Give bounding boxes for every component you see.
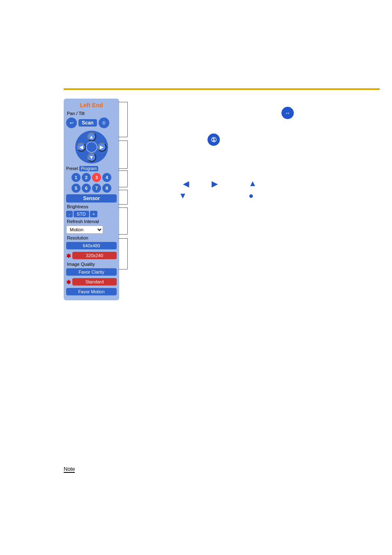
bracket-line-2	[118, 137, 127, 137]
bracket-line-6	[118, 187, 127, 187]
scan-row: ↩ Scan ①	[66, 117, 117, 128]
brightness-row: - STD +	[66, 211, 117, 217]
arrow-right-icon: ▶	[212, 179, 218, 189]
annotation-circle-1: ①	[208, 134, 220, 146]
bracket-line-1	[118, 102, 127, 102]
num-btn-4[interactable]: 4	[102, 173, 111, 182]
pan-tilt-label: Pan / Tilt	[67, 111, 85, 116]
bracket-line-12	[118, 269, 127, 269]
resolution-label: Resolution	[67, 235, 88, 240]
favor-clarity-button[interactable]: Favor Clarity	[66, 268, 117, 276]
panel-title: Left End	[80, 102, 103, 108]
arrow-left-icon: ◀	[183, 179, 189, 189]
preset-program-row: Preset Program	[66, 166, 117, 171]
brightness-std-button[interactable]: STD	[74, 211, 89, 217]
num-btn-7[interactable]: 7	[92, 184, 101, 193]
resolution-320-star: ✱	[66, 253, 71, 259]
num-btn-5[interactable]: 5	[71, 184, 81, 193]
camera-panel: Left End Pan / Tilt ↩ Scan ① ▲ ▼ ◀ ▶ Pre…	[64, 99, 119, 300]
bracket-line-5	[118, 170, 127, 171]
brightness-plus-button[interactable]: +	[90, 211, 97, 217]
resolution-320-button[interactable]: 320x240	[72, 252, 117, 259]
ptz-down-button[interactable]: ▼	[87, 153, 96, 162]
bracket-line-7	[118, 190, 127, 190]
scan-button[interactable]: Scan	[78, 119, 97, 127]
arrow-up-icon: ▲	[249, 179, 257, 188]
ptz-left-button[interactable]: ◀	[77, 143, 86, 152]
bracket-vert-4	[127, 190, 128, 204]
resolution-640-button[interactable]: 640x480	[66, 242, 117, 249]
ptz-joystick: ▲ ▼ ◀ ▶	[75, 131, 108, 164]
image-quality-label: Image Quality	[67, 262, 95, 267]
program-label: Program	[79, 166, 98, 171]
bracket-vert-1	[127, 102, 128, 137]
bracket-line-11	[118, 238, 127, 239]
ptz-up-button[interactable]: ▲	[87, 132, 96, 141]
standard-iq-button[interactable]: Standard	[72, 278, 117, 286]
return-scan-button[interactable]: ↩	[66, 117, 77, 128]
num-btn-3[interactable]: 3	[92, 173, 101, 182]
num-btn-6[interactable]: 6	[82, 184, 91, 193]
bracket-line-4	[118, 168, 127, 169]
sensor-button[interactable]: Sensor	[66, 194, 117, 203]
bracket-vert-5	[127, 207, 128, 234]
num-btn-8[interactable]: 8	[102, 184, 111, 193]
refresh-label: Refresh Interval	[67, 219, 99, 224]
arrow-down-left-icon: ▼	[179, 191, 187, 200]
bracket-line-3	[118, 140, 127, 141]
gold-rule	[64, 88, 380, 90]
standard-iq-star: ✱	[66, 279, 71, 286]
resolution-320-row: ✱ 320x240	[66, 252, 117, 260]
bracket-line-8	[118, 204, 127, 205]
main-area: Left End Pan / Tilt ↩ Scan ① ▲ ▼ ◀ ▶ Pre…	[64, 94, 380, 543]
annotation-circle-arrow: ↔	[281, 107, 294, 119]
num-btn-1[interactable]: 1	[71, 173, 81, 182]
brightness-label: Brightness	[67, 204, 88, 209]
scan-1-button[interactable]: ①	[99, 117, 109, 128]
favor-motion-button[interactable]: Favor Motion	[66, 288, 117, 295]
bracket-vert-2	[127, 140, 128, 168]
bracket-vert-6	[127, 238, 128, 269]
footer-note-area: Note	[64, 466, 75, 473]
ptz-right-button[interactable]: ▶	[97, 143, 106, 152]
num-row-2: 5 6 7 8	[71, 184, 111, 193]
ptz-center	[86, 141, 97, 153]
brightness-minus-button[interactable]: -	[66, 211, 73, 217]
num-row-1: 1 2 3 4	[71, 173, 111, 182]
bracket-line-10	[118, 234, 127, 235]
bracket-line-9	[118, 207, 127, 208]
note-label: Note	[64, 466, 75, 473]
num-btn-2[interactable]: 2	[82, 173, 91, 182]
refresh-interval-select[interactable]: Motion	[66, 226, 103, 234]
standard-iq-row: ✱ Standard	[66, 278, 117, 286]
arrow-down-right-icon: ●	[249, 191, 254, 200]
bracket-vert-3	[127, 170, 128, 187]
preset-label: Preset	[66, 166, 78, 171]
